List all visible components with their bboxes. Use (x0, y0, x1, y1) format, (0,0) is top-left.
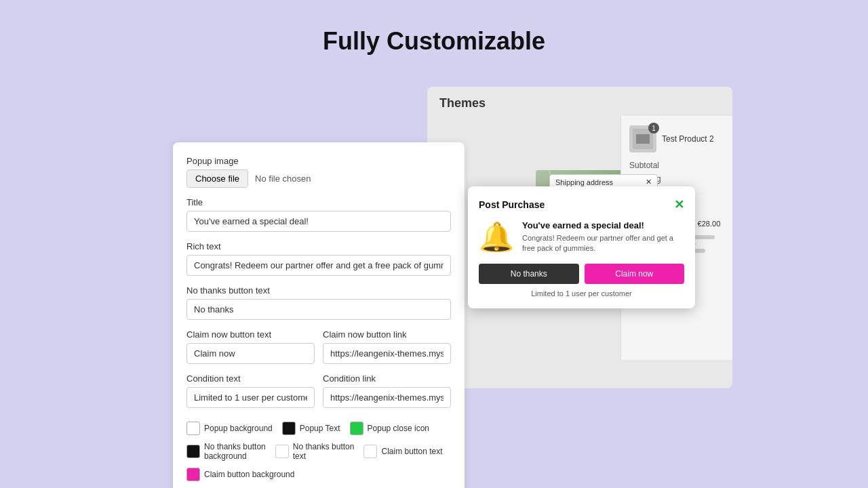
color-options-row3: Claim button background (186, 468, 451, 481)
svg-rect-7 (636, 134, 650, 144)
no-thanks-text-swatch[interactable] (275, 445, 289, 458)
post-purchase-popup: Post Purchase ✕ 🔔 You've earned a specia… (468, 186, 695, 308)
themes-label: Themes (439, 96, 486, 110)
title-input[interactable] (186, 211, 451, 232)
claim-text-label: Claim button text (381, 447, 442, 456)
popup-image-group: Popup image Choose file No file chosen (186, 156, 451, 188)
claim-text-group: Claim now button text (186, 329, 315, 364)
popup-close-label: Popup close icon (368, 424, 429, 433)
condition-text-label: Condition text (186, 373, 315, 384)
claim-text-swatch[interactable] (363, 445, 377, 458)
bell-icon: 🔔 (479, 220, 514, 253)
rich-text-group: Rich text (186, 241, 451, 276)
popup-buttons: No thanks Claim now (479, 264, 684, 284)
address-close-icon: ✕ (646, 178, 652, 186)
popup-deal-title: You've earned a special deal! (522, 220, 684, 230)
no-thanks-bg-label: No thanks buttonbackground (204, 442, 266, 461)
file-name-text: No file chosen (255, 174, 311, 184)
popup-header: Post Purchase ✕ (479, 197, 684, 212)
no-thanks-input[interactable] (186, 299, 451, 320)
choose-file-button[interactable]: Choose file (186, 169, 248, 188)
condition-text-group: Condition text (186, 373, 315, 408)
condition-link-group: Condition link (323, 373, 451, 408)
popup-text-area: You've earned a special deal! Congrats! … (522, 220, 684, 254)
color-item-no-thanks-text[interactable]: No thanks buttontext (275, 442, 355, 461)
color-item-no-thanks-bg[interactable]: No thanks buttonbackground (186, 442, 266, 461)
claim-text-input[interactable] (186, 343, 315, 364)
product-row: 1 Test Product 2 (629, 125, 724, 152)
no-thanks-bg-swatch[interactable] (186, 445, 200, 458)
popup-condition-text: Limited to 1 user per customer (479, 289, 684, 298)
popup-bg-label: Popup background (204, 424, 273, 433)
page-title: Fully Customizable (0, 0, 868, 56)
product-badge: 1 (648, 123, 659, 134)
color-item-claim-bg[interactable]: Claim button background (186, 468, 294, 481)
subtotal-line: Subtotal (629, 161, 724, 170)
claim-bg-swatch[interactable] (186, 468, 200, 481)
address-label: Shipping address (555, 178, 613, 186)
popup-image-label: Popup image (186, 156, 451, 166)
color-options-row1: Popup background Popup Text Popup close … (186, 422, 451, 435)
condition-text-input[interactable] (186, 387, 315, 408)
color-item-popup-close[interactable]: Popup close icon (350, 422, 429, 435)
popup-text-label: Popup Text (300, 424, 340, 433)
claim-now-button[interactable]: Claim now (585, 264, 685, 284)
title-group: Title (186, 197, 451, 232)
popup-close-button[interactable]: ✕ (674, 197, 684, 212)
no-thanks-button[interactable]: No thanks (479, 264, 579, 284)
no-thanks-label: No thanks button text (186, 285, 451, 296)
condition-row: Condition text Condition link (186, 373, 451, 418)
popup-text-swatch[interactable] (282, 422, 296, 435)
claim-row: Claim now button text Claim now button l… (186, 329, 451, 373)
shopify-header: Themes (427, 87, 732, 116)
rich-text-label: Rich text (186, 241, 451, 251)
claim-link-label: Claim now button link (323, 329, 451, 340)
no-thanks-text-label: No thanks buttontext (293, 442, 355, 461)
title-label: Title (186, 197, 451, 207)
subtotal-label: Subtotal (629, 161, 659, 170)
product-name: Test Product 2 (662, 134, 714, 144)
popup-deal-text: Congrats! Redeem our partner offer and g… (522, 233, 684, 254)
popup-header-title: Post Purchase (479, 199, 545, 210)
condition-link-input[interactable] (323, 387, 451, 408)
color-item-claim-text[interactable]: Claim button text (363, 442, 442, 461)
file-row: Choose file No file chosen (186, 169, 451, 188)
claim-link-input[interactable] (323, 343, 451, 364)
claim-text-label: Claim now button text (186, 329, 315, 340)
condition-link-label: Condition link (323, 373, 451, 384)
color-item-popup-text[interactable]: Popup Text (282, 422, 340, 435)
form-panel: Popup image Choose file No file chosen T… (173, 142, 465, 488)
claim-bg-label: Claim button background (204, 470, 294, 479)
popup-bg-swatch[interactable] (186, 422, 200, 435)
popup-body: 🔔 You've earned a special deal! Congrats… (479, 220, 684, 254)
color-options-row2: No thanks buttonbackground No thanks but… (186, 442, 451, 461)
rich-text-input[interactable] (186, 255, 451, 276)
color-item-popup-bg[interactable]: Popup background (186, 422, 273, 435)
no-thanks-group: No thanks button text (186, 285, 451, 320)
claim-link-group: Claim now button link (323, 329, 451, 364)
popup-close-swatch[interactable] (350, 422, 363, 435)
